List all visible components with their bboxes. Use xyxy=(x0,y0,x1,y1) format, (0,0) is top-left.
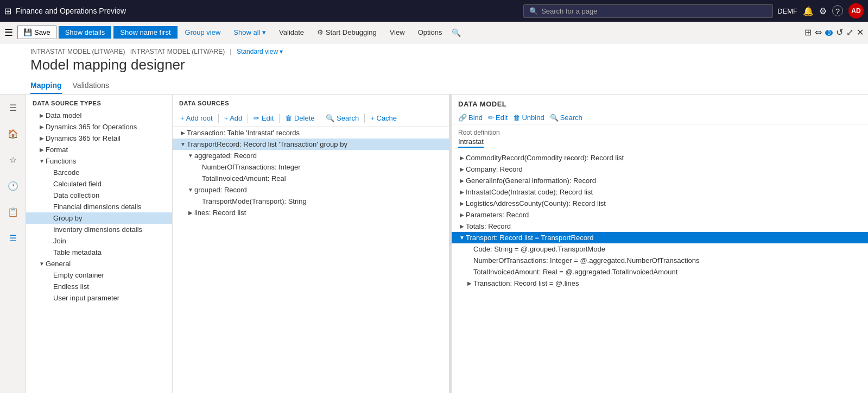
help-icon[interactable]: ? xyxy=(832,5,843,16)
unbind-button[interactable]: 🗑 Unbind xyxy=(513,114,544,122)
open-new-icon[interactable]: ⤢ xyxy=(846,27,853,37)
group-view-button[interactable]: Group view xyxy=(180,26,226,39)
nav-hamburger[interactable]: ☰ xyxy=(4,99,22,116)
dst-format[interactable]: ▶ Format xyxy=(26,144,172,155)
edit-model-button[interactable]: ✏ Edit xyxy=(488,114,508,122)
dm-general-info[interactable]: ▶ GeneralInfo(General information): Reco… xyxy=(452,175,868,186)
dm-totals[interactable]: ▶ Totals: Record xyxy=(452,221,868,232)
refresh-icon[interactable]: ↺ xyxy=(836,27,843,37)
show-details-button[interactable]: Show details xyxy=(59,26,112,39)
ds-grouped[interactable]: ▼ grouped: Record xyxy=(173,184,449,196)
dst-dynamics-retail[interactable]: ▶ Dynamics 365 for Retail xyxy=(26,133,172,144)
root-definition-section: Root definition Intrastat xyxy=(452,124,868,152)
data-sources-header: DATA SOURCES xyxy=(173,95,449,110)
action-bar: ☰ 💾 Save Show details Show name first Gr… xyxy=(0,22,868,43)
dm-logistics-address[interactable]: ▶ LogisticsAddressCounty(County): Record… xyxy=(452,198,868,209)
chevron-down-icon: ▼ xyxy=(187,187,194,193)
chevron-right-icon: ▶ xyxy=(38,112,46,118)
dst-table-metadata[interactable]: Table metadata xyxy=(26,247,172,258)
nav-favorites[interactable]: ☆ xyxy=(4,151,22,168)
dst-financial-dimensions[interactable]: Financial dimensions details xyxy=(26,201,172,212)
search-button[interactable]: 🔍 Search xyxy=(324,113,361,123)
dm-code[interactable]: Code: String = @.grouped.TransportMode xyxy=(452,243,868,255)
dst-endless-list[interactable]: Endless list xyxy=(26,281,172,292)
dst-data-model[interactable]: ▶ Data model xyxy=(26,110,172,121)
data-model-header: DATA MODEL xyxy=(452,95,868,111)
validate-button[interactable]: Validate xyxy=(274,26,309,39)
dst-functions[interactable]: ▼ Functions xyxy=(26,155,172,167)
tab-row: Mapping Validations xyxy=(0,73,868,95)
dm-company[interactable]: ▶ Company: Record xyxy=(452,164,868,175)
badge-icon[interactable]: 0 xyxy=(825,28,833,36)
nav-workspaces[interactable]: 📋 xyxy=(4,203,22,221)
search-icon: 🔍 xyxy=(550,114,559,122)
delete-button[interactable]: 🗑 Delete xyxy=(283,113,316,123)
app-title: Finance and Operations Preview xyxy=(16,7,519,15)
dm-transaction[interactable]: ▶ Transaction: Record list = @.lines xyxy=(452,278,868,289)
toolbar-separator xyxy=(218,114,219,123)
tab-mapping[interactable]: Mapping xyxy=(30,78,62,94)
dst-calculated-field[interactable]: Calculated field xyxy=(26,178,172,190)
dm-parameters[interactable]: ▶ Parameters: Record xyxy=(452,209,868,221)
main-area: ☰ 🏠 ☆ 🕐 📋 ☰ DATA SOURCE TYPES ▶ Data mod… xyxy=(0,95,868,393)
save-icon: 💾 xyxy=(23,28,32,36)
dm-commodity-record[interactable]: ▶ CommodityRecord(Commodity record): Rec… xyxy=(452,152,868,164)
dm-total-invoiced-amount[interactable]: TotalInvoicedAmount: Real = @.aggregated… xyxy=(452,266,868,278)
chevron-down-icon: ▼ xyxy=(458,235,466,241)
global-search[interactable]: 🔍 Search for a page xyxy=(523,4,773,18)
dst-barcode[interactable]: Barcode xyxy=(26,167,172,178)
options-button[interactable]: Options xyxy=(413,26,448,39)
dst-inventory-dimensions[interactable]: Inventory dimensions details xyxy=(26,224,172,235)
nav-home[interactable]: 🏠 xyxy=(4,125,22,142)
ds-transport-mode[interactable]: TransportMode(Transport): String xyxy=(173,196,449,207)
add-root-button[interactable]: + Add root xyxy=(178,113,215,123)
close-icon[interactable]: ✕ xyxy=(857,27,864,37)
tab-validations[interactable]: Validations xyxy=(73,78,109,94)
data-sources-panel: DATA SOURCES + Add root + Add ✏ Edit 🗑 D… xyxy=(173,95,449,393)
dst-empty-container[interactable]: Empty container xyxy=(26,269,172,281)
start-debugging-button[interactable]: ⚙ Start Debugging xyxy=(312,26,382,39)
ds-transport-record[interactable]: ▼ TransportRecord: Record list 'Transact… xyxy=(173,139,449,150)
settings-icon[interactable]: ⚙ xyxy=(819,6,827,16)
ds-lines[interactable]: ▶ lines: Record list xyxy=(173,207,449,218)
grid-icon[interactable]: ⊞ xyxy=(4,6,11,16)
show-all-button[interactable]: Show all ▾ xyxy=(228,26,271,39)
avatar[interactable]: AD xyxy=(848,3,864,18)
bell-icon[interactable]: 🔔 xyxy=(803,6,814,16)
bind-button[interactable]: 🔗 Bind xyxy=(458,114,483,122)
add-button[interactable]: + Add xyxy=(222,113,245,123)
personalize-icon[interactable]: ⊞ xyxy=(804,27,812,37)
ds-number-of-transactions[interactable]: NumberOfTransactions: Integer xyxy=(173,161,449,173)
data-source-types-panel: DATA SOURCE TYPES ▶ Data model ▶ Dynamic… xyxy=(26,95,173,393)
dm-intrastat-code[interactable]: ▶ IntrastatCode(Intrastat code): Record … xyxy=(452,186,868,198)
dst-user-input-parameter[interactable]: User input parameter xyxy=(26,292,172,304)
cache-button[interactable]: + Cache xyxy=(368,113,399,123)
toolbar-separator xyxy=(364,114,365,123)
dst-join[interactable]: Join xyxy=(26,235,172,247)
dst-dynamics-ops[interactable]: ▶ Dynamics 365 for Operations xyxy=(26,121,172,133)
data-sources-toolbar: + Add root + Add ✏ Edit 🗑 Delete 🔍 Searc… xyxy=(173,110,449,127)
search-model-button[interactable]: 🔍 Search xyxy=(550,114,582,122)
dst-data-collection[interactable]: Data collection xyxy=(26,190,172,201)
dst-general[interactable]: ▼ General xyxy=(26,258,172,269)
dm-number-of-transactions[interactable]: NumberOfTransactions: Integer = @.aggreg… xyxy=(452,255,868,266)
chevron-right-icon: ▶ xyxy=(38,147,46,153)
ds-transaction[interactable]: ▶ Transaction: Table 'Intrastat' records xyxy=(173,127,449,139)
ds-aggregated[interactable]: ▼ aggregated: Record xyxy=(173,150,449,161)
fullwidth-icon[interactable]: ⇔ xyxy=(815,27,822,37)
save-button[interactable]: 💾 Save xyxy=(17,26,56,39)
dst-group-by[interactable]: Group by xyxy=(26,212,172,224)
breadcrumb-area: INTRASTAT MODEL (LITWARE) INTRASTAT MODE… xyxy=(0,43,868,73)
edit-button[interactable]: ✏ Edit xyxy=(251,113,276,123)
nav-recent[interactable]: 🕐 xyxy=(4,177,22,194)
filter-icon[interactable]: 🔍 xyxy=(452,28,461,37)
toolbar-separator xyxy=(279,114,280,123)
nav-filter[interactable]: ☰ xyxy=(4,229,22,247)
ds-total-invoiced-amount[interactable]: TotalInvoicedAmount: Real xyxy=(173,173,449,184)
dm-transport[interactable]: ▼ Transport: Record list = TransportReco… xyxy=(452,232,868,243)
show-name-first-button[interactable]: Show name first xyxy=(113,26,177,39)
view-button[interactable]: View xyxy=(384,26,410,39)
hamburger-menu-icon[interactable]: ☰ xyxy=(4,27,13,39)
standard-view-link[interactable]: Standard view ▾ xyxy=(237,48,283,55)
action-bar-right-icons: ⊞ ⇔ 0 ↺ ⤢ ✕ xyxy=(804,27,864,37)
